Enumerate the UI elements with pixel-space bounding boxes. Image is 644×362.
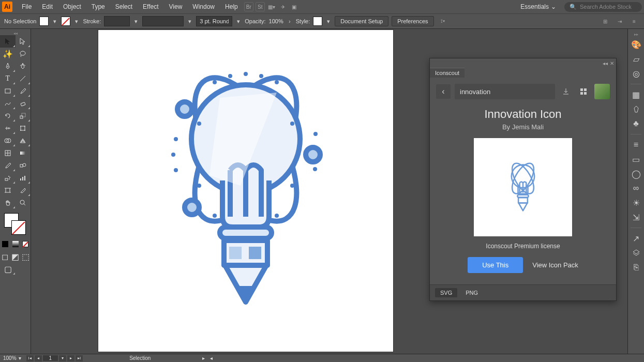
artboard-next-icon[interactable]: ▸ bbox=[67, 355, 74, 361]
line-segment-tool[interactable] bbox=[16, 72, 31, 85]
paintbrush-tool[interactable] bbox=[16, 85, 31, 97]
rectangle-tool[interactable] bbox=[0, 85, 16, 97]
opacity-dd-icon[interactable]: › bbox=[287, 18, 293, 24]
color-palette-icon[interactable]: 🎨 bbox=[630, 38, 642, 51]
zoom-control[interactable]: 100% ▾ bbox=[3, 355, 21, 361]
graphic-styles-icon[interactable]: ☀ bbox=[630, 197, 642, 209]
draw-inside-icon[interactable]: ⬚ bbox=[20, 250, 31, 263]
menu-help[interactable]: Help bbox=[220, 1, 243, 12]
panel-grip-icon[interactable]: ◂◂ bbox=[0, 31, 31, 35]
format-svg-tab[interactable]: SVG bbox=[435, 288, 457, 297]
workspace-switcher[interactable]: Essentials ⌄ bbox=[516, 1, 560, 12]
slice-tool[interactable] bbox=[16, 184, 31, 197]
free-transform-tool[interactable] bbox=[16, 122, 31, 134]
gpu-icon[interactable]: ✈ bbox=[278, 2, 288, 11]
artboard-number[interactable]: 1 bbox=[43, 355, 58, 361]
transparency-icon[interactable]: ▭ bbox=[630, 153, 642, 165]
menu-type[interactable]: Type bbox=[86, 1, 110, 12]
fill-stroke-indicator[interactable] bbox=[2, 212, 28, 235]
stroke-weight-input[interactable] bbox=[104, 16, 130, 26]
search-adobe-stock[interactable]: 🔍 Search Adobe Stock bbox=[564, 2, 642, 12]
brush-def-input[interactable] bbox=[196, 16, 232, 26]
selection-tool[interactable] bbox=[0, 35, 16, 48]
opt-icon-3[interactable]: ≡ bbox=[630, 17, 639, 26]
type-tool[interactable]: T bbox=[0, 72, 16, 85]
lasso-tool[interactable] bbox=[16, 48, 31, 60]
artboard-prev-icon[interactable]: ◂ bbox=[35, 355, 42, 361]
align-popup-icon[interactable]: ⟟▾ bbox=[438, 17, 447, 26]
back-button[interactable]: ‹ bbox=[436, 84, 451, 99]
symbols-icon[interactable]: ▦ bbox=[630, 88, 642, 101]
stroke-swatch[interactable] bbox=[61, 17, 70, 26]
stroke-weight-dd-icon[interactable]: ▾ bbox=[133, 18, 139, 24]
pen-tool[interactable] bbox=[0, 60, 16, 72]
stroke-panel-icon[interactable] bbox=[630, 103, 642, 115]
view-pack-button[interactable]: View Icon Pack bbox=[532, 257, 578, 273]
download-icon[interactable] bbox=[559, 85, 573, 98]
stroke-profile-dd-icon[interactable]: ▾ bbox=[187, 18, 193, 24]
grid-view-icon[interactable] bbox=[577, 85, 590, 98]
brush-dd-icon[interactable]: ▾ bbox=[235, 18, 242, 24]
scroll-left-icon[interactable]: ▸ bbox=[202, 355, 205, 361]
rail-grip-icon[interactable]: ▸▸ bbox=[634, 32, 638, 36]
fill-swatch[interactable] bbox=[39, 17, 49, 26]
preferences-button[interactable]: Preferences bbox=[392, 16, 433, 26]
swatches-icon[interactable]: ▱ bbox=[630, 53, 642, 65]
style-dd-icon[interactable]: ▾ bbox=[325, 18, 332, 24]
fill-dropdown-icon[interactable]: ▾ bbox=[52, 18, 58, 24]
panel-close-icon[interactable]: ✕ bbox=[610, 61, 614, 66]
menu-effect[interactable]: Effect bbox=[138, 1, 163, 12]
opacity-value[interactable]: 100% bbox=[269, 18, 283, 24]
stroke-dropdown-icon[interactable]: ▾ bbox=[73, 18, 80, 24]
eraser-tool[interactable] bbox=[16, 97, 31, 110]
menu-view[interactable]: View bbox=[164, 1, 188, 12]
layers-icon[interactable] bbox=[630, 247, 642, 259]
menu-edit[interactable]: Edit bbox=[37, 1, 58, 12]
stroke-color-icon[interactable] bbox=[11, 220, 26, 235]
shape-builder-tool[interactable] bbox=[0, 134, 16, 147]
arrange-icon[interactable]: ▦▾ bbox=[267, 2, 276, 11]
none-mode-icon[interactable] bbox=[20, 238, 31, 250]
style-swatch[interactable] bbox=[313, 17, 322, 26]
opt-icon-2[interactable]: ⇥ bbox=[615, 17, 624, 26]
screen-mode-icon[interactable]: ▢ bbox=[0, 263, 16, 275]
blend-tool[interactable] bbox=[16, 159, 31, 172]
hand-tool[interactable] bbox=[0, 197, 16, 209]
artboard-last-icon[interactable]: ▸I bbox=[76, 355, 83, 361]
iconscout-tab[interactable]: Iconscout bbox=[430, 68, 465, 78]
artboard-dd-icon[interactable]: ▾ bbox=[59, 355, 66, 361]
club-icon[interactable]: ♣ bbox=[630, 117, 642, 130]
menu-file[interactable]: File bbox=[17, 1, 37, 12]
cc-libraries-icon[interactable]: ∞ bbox=[630, 182, 642, 194]
draw-behind-icon[interactable]: ◩ bbox=[10, 250, 21, 263]
scroll-right-icon[interactable]: ◂ bbox=[210, 355, 213, 361]
menu-object[interactable]: Object bbox=[58, 1, 86, 12]
perspective-grid-tool[interactable] bbox=[16, 134, 31, 147]
draw-normal-icon[interactable]: ◻ bbox=[0, 250, 10, 263]
artboard-first-icon[interactable]: I◂ bbox=[26, 355, 34, 361]
transform-icon[interactable]: ↗ bbox=[630, 232, 642, 245]
magic-wand-tool[interactable]: ✨ bbox=[0, 48, 16, 60]
eyedropper-tool[interactable] bbox=[0, 159, 16, 172]
gradient-mode-icon[interactable] bbox=[10, 238, 21, 250]
symbol-sprayer-tool[interactable] bbox=[0, 172, 16, 184]
mesh-tool[interactable] bbox=[0, 147, 16, 159]
zoom-tool[interactable] bbox=[16, 197, 31, 209]
shaper-tool[interactable] bbox=[0, 97, 16, 110]
color-mode-icon[interactable] bbox=[0, 238, 10, 250]
rotate-tool[interactable] bbox=[0, 110, 16, 122]
use-this-button[interactable]: Use This bbox=[468, 257, 523, 273]
opt-icon-1[interactable]: ⊞ bbox=[601, 17, 610, 26]
direct-selection-tool[interactable] bbox=[16, 35, 31, 48]
menu-select[interactable]: Select bbox=[110, 1, 138, 12]
icon-search-input[interactable] bbox=[455, 84, 555, 99]
column-graph-tool[interactable] bbox=[16, 172, 31, 184]
gradient-tool[interactable] bbox=[16, 147, 31, 159]
appearance-icon[interactable]: ◯ bbox=[630, 168, 642, 180]
paragraph-icon[interactable]: ≡ bbox=[630, 139, 642, 151]
document-setup-button[interactable]: Document Setup bbox=[335, 16, 388, 26]
curvature-tool[interactable] bbox=[16, 60, 31, 72]
panel-collapse-icon[interactable]: ◂◂ bbox=[603, 61, 608, 66]
align-panel-icon[interactable]: ⇲ bbox=[630, 211, 642, 223]
artboards-icon-rail[interactable]: ⎘ bbox=[630, 261, 642, 274]
